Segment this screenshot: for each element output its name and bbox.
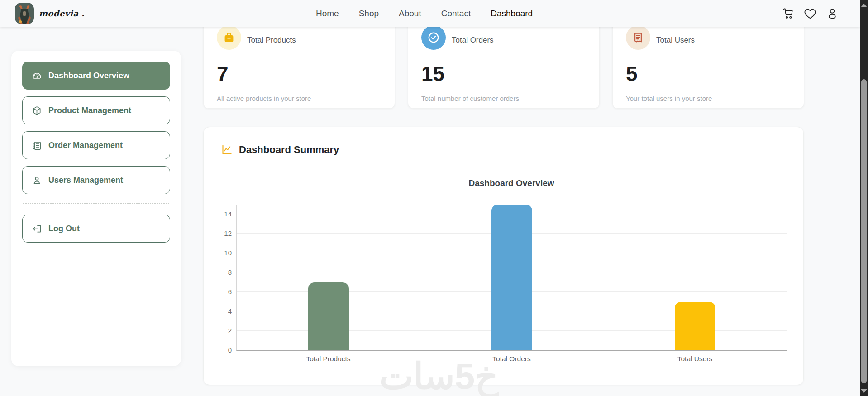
order-list-icon	[32, 140, 42, 151]
y-tick-label: 4	[215, 307, 232, 315]
y-tick-label: 6	[215, 288, 232, 296]
sidebar-item-logout[interactable]: Log Out	[22, 215, 170, 243]
heart-icon[interactable]	[803, 7, 817, 20]
sidebar-item-label: Users Management	[48, 176, 123, 185]
admin-sidebar: Dashboard Overview Product Management Or…	[11, 51, 181, 366]
stat-value: 15	[421, 62, 444, 86]
x-category-label: Total Orders	[462, 355, 562, 363]
main-nav: Home Shop About Contact Dashboard	[316, 0, 533, 27]
nav-link-home[interactable]: Home	[316, 9, 339, 19]
stat-card-total-users: Total Users 5 Your total users in your s…	[612, 16, 804, 109]
stat-value: 5	[626, 62, 638, 86]
logo-text: modevia .	[39, 9, 85, 18]
nav-link-dashboard[interactable]: Dashboard	[491, 9, 533, 19]
y-tick-label: 14	[215, 210, 232, 218]
y-tick-label: 10	[215, 249, 232, 257]
logo-avatar-image	[15, 3, 34, 24]
person-icon	[32, 175, 42, 186]
gauge-icon	[32, 71, 42, 81]
user-icon[interactable]	[825, 7, 839, 20]
summary-header: Dashboard Summary	[221, 143, 339, 156]
stat-title: Total Users	[656, 36, 695, 45]
cube-icon	[32, 105, 42, 116]
sidebar-item-dashboard-overview[interactable]: Dashboard Overview	[22, 62, 170, 90]
y-tick-label: 2	[215, 327, 232, 335]
stat-title: Total Orders	[452, 36, 494, 45]
chart-bar-total-users	[675, 302, 715, 350]
x-category-label: Total Products	[279, 355, 378, 363]
stat-card-total-orders: Total Orders 15 Total number of customer…	[408, 16, 600, 109]
scroll-up-arrow[interactable]	[861, 4, 867, 7]
sidebar-item-label: Log Out	[48, 224, 80, 234]
nav-link-shop[interactable]: Shop	[359, 9, 379, 19]
sidebar-item-label: Dashboard Overview	[48, 71, 129, 81]
cart-icon[interactable]	[781, 7, 795, 20]
sidebar-item-label: Order Management	[48, 141, 123, 150]
dashboard-page: modevia . Home Shop About Contact Dashbo…	[0, 0, 868, 396]
bag-icon	[217, 25, 241, 50]
stat-value: 7	[217, 62, 229, 86]
y-tick-label: 12	[215, 229, 232, 238]
chart-bar-total-products	[308, 282, 349, 350]
nav-link-contact[interactable]: Contact	[441, 9, 471, 19]
vertical-scrollbar[interactable]	[860, 0, 868, 396]
sidebar-item-label: Product Management	[48, 106, 131, 115]
chart-title: Dashboard Overview	[236, 178, 787, 188]
navbar-actions	[781, 0, 839, 27]
stat-caption: Total number of customer orders	[421, 95, 519, 102]
check-circle-icon	[421, 25, 446, 50]
dashboard-summary-card: Dashboard Summary Dashboard Overview 024…	[203, 127, 804, 385]
summary-heading: Dashboard Summary	[239, 144, 339, 156]
nav-link-about[interactable]: About	[399, 9, 421, 19]
y-tick-label: 0	[215, 346, 232, 354]
logo[interactable]: modevia .	[15, 3, 85, 24]
logout-icon	[32, 224, 42, 234]
chart-bar-total-orders	[491, 205, 532, 350]
sidebar-item-product-management[interactable]: Product Management	[22, 96, 170, 124]
chart-area: 02468101214Total ProductsTotal OrdersTot…	[236, 205, 787, 351]
scroll-down-arrow[interactable]	[861, 389, 867, 393]
stat-card-total-products: Total Products 7 All active products in …	[203, 16, 395, 109]
receipt-icon	[626, 25, 650, 50]
stat-caption: Your total users in your store	[626, 95, 712, 102]
y-tick-label: 8	[215, 268, 232, 277]
sidebar-item-order-management[interactable]: Order Management	[22, 131, 170, 159]
x-category-label: Total Users	[645, 355, 745, 363]
sidebar-item-users-management[interactable]: Users Management	[22, 166, 170, 194]
scrollbar-thumb[interactable]	[861, 79, 867, 383]
stat-title: Total Products	[247, 36, 296, 45]
top-navbar: modevia . Home Shop About Contact Dashbo…	[0, 0, 860, 27]
line-chart-icon	[221, 143, 233, 156]
stat-caption: All active products in your store	[217, 95, 311, 102]
sidebar-divider	[23, 203, 169, 204]
